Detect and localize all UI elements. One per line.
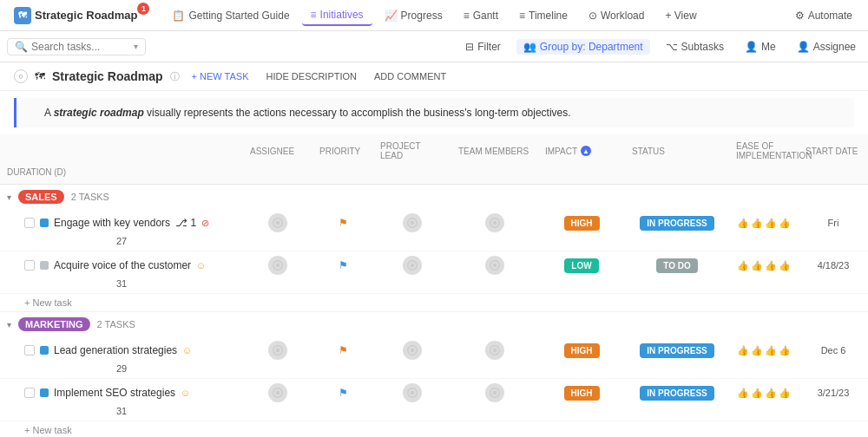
status-badge[interactable]: TO DO [656,258,697,273]
task-priority-cell[interactable]: ⚑ [312,385,373,401]
filter-label: Filter [477,41,501,53]
table-row: Engage with key vendors ⎇ 1⊘ ⚑ HIGH IN P… [0,209,868,251]
status-badge[interactable]: IN PROGRESS [640,343,713,358]
workload-icon: ⊙ [589,10,597,22]
search-box[interactable]: 🔍 ▾ [7,38,146,55]
svg-point-9 [411,264,414,267]
start-date: Dec 6 [821,345,846,355]
task-priority-cell[interactable]: ⚑ [312,342,373,358]
task-priority-cell[interactable]: ⚑ [312,258,373,273]
collapse-button[interactable]: ○ [14,69,28,83]
task-name[interactable]: Engage with key vendors [54,217,170,229]
task-checkbox[interactable] [24,218,35,228]
subtasks-button[interactable]: ⌥ Subtasks [661,39,729,55]
me-button[interactable]: 👤 Me [740,39,781,55]
automate-button[interactable]: ⚙ Automate [786,6,861,25]
group-section-marketing: ▾ MARKETING 2 TASKS Lead generation stra… [0,312,868,437]
tab-add-view[interactable]: + View [656,6,705,25]
avatar [485,256,504,275]
task-ease-cell: 👍👍👍👍 [729,258,799,273]
duration-value: 31 [116,278,127,289]
tab-gantt[interactable]: ≡ Gantt [455,6,507,25]
info-icon[interactable]: ⓘ [170,70,180,83]
content-area: ○ 🗺 Strategic Roadmap ⓘ + NEW TASK HIDE … [0,62,868,437]
task-team-members-cell[interactable] [451,212,538,234]
tab-workload[interactable]: ⊙ Workload [580,6,653,25]
avatar [485,341,504,360]
task-assignee-cell[interactable] [243,339,312,362]
task-status-cell[interactable]: IN PROGRESS [625,342,729,360]
task-color-indicator [40,261,49,270]
new-task-button[interactable]: + NEW TASK [187,69,254,83]
svg-point-1 [276,221,279,225]
impact-badge: HIGH [564,216,600,231]
group-by-button[interactable]: 👥 Group by: Department [516,39,650,55]
gear-icon [406,217,418,229]
new-task-button-marketing[interactable]: + New task [0,421,868,437]
col-ease[interactable]: EASE OF IMPLEMENTATION [729,138,799,164]
task-project-lead-cell[interactable] [373,339,451,362]
task-assignee-cell[interactable] [243,254,312,277]
task-status-cell[interactable]: IN PROGRESS [625,214,729,232]
task-priority-cell[interactable]: ⚑ [312,215,373,231]
task-name[interactable]: Lead generation strategies [54,344,177,356]
group-collapse-icon[interactable]: ▾ [7,320,11,329]
avatar [403,256,422,275]
task-assignee-cell[interactable] [243,382,312,404]
task-assignee-cell[interactable] [243,212,312,234]
new-task-button-sales[interactable]: + New task [0,294,868,311]
filter-icon: ⊟ [465,41,474,53]
group-header-marketing[interactable]: ▾ MARKETING 2 TASKS [0,312,868,336]
task-start-date-cell: 4/18/23 [799,258,868,272]
search-input[interactable] [31,41,130,53]
task-team-members-cell[interactable] [451,339,538,362]
col-status[interactable]: STATUS [625,138,729,164]
task-impact-cell: HIGH [538,384,625,402]
task-name-cell: Engage with key vendors ⎇ 1⊘ [0,215,243,231]
group-items-sales: Engage with key vendors ⎇ 1⊘ ⚑ HIGH IN P… [0,209,868,311]
task-status-cell[interactable]: IN PROGRESS [625,384,729,402]
task-checkbox[interactable] [24,260,35,271]
status-badge[interactable]: IN PROGRESS [640,216,713,231]
assignee-button[interactable]: 👤 Assignee [792,39,861,55]
gear-icon [489,344,501,356]
task-checkbox[interactable] [24,345,35,355]
tab-getting-started[interactable]: 📋 Getting Started Guide [163,6,298,25]
tab-label: Workload [601,10,644,22]
task-project-lead-cell[interactable] [373,382,451,404]
col-project-lead[interactable]: PROJECT LEAD [373,138,451,164]
task-name[interactable]: Acquire voice of the customer [54,259,191,271]
col-start-date[interactable]: START DATE [799,138,868,164]
svg-point-11 [493,264,496,267]
gear-icon [489,217,501,229]
description-bold: strategic roadmap [54,107,144,119]
task-checkbox[interactable] [24,388,35,398]
col-assignee[interactable]: ASSIGNEE [243,138,312,164]
tab-label: Getting Started Guide [188,10,289,22]
hide-description-button[interactable]: HIDE DESCRIPTION [261,69,363,83]
tab-progress[interactable]: 📈 Progress [376,6,451,25]
group-header-sales[interactable]: ▾ SALES 2 TASKS [0,185,868,209]
col-duration[interactable]: DURATION (D) [0,164,243,180]
tab-initiatives[interactable]: ≡ Initiatives [302,5,372,26]
gear-icon [406,344,418,356]
col-impact[interactable]: IMPACT ▲ [538,138,625,164]
col-priority[interactable]: PRIORITY [312,138,373,164]
search-icon: 🔍 [15,41,28,53]
status-badge[interactable]: IN PROGRESS [640,386,713,401]
col-team-members[interactable]: TEAM MEMBERS [451,138,538,164]
tab-label: Progress [401,10,443,22]
task-name[interactable]: Implement SEO strategies [54,387,175,399]
automate-label: Automate [808,10,852,22]
app-logo[interactable]: 🗺 Strategic Roadmap 1 [7,7,160,24]
task-project-lead-cell[interactable] [373,254,451,277]
task-team-members-cell[interactable] [451,382,538,404]
group-collapse-icon[interactable]: ▾ [7,192,11,202]
add-comment-button[interactable]: ADD COMMENT [369,69,451,83]
task-team-members-cell[interactable] [451,254,538,277]
tab-timeline[interactable]: ≡ Timeline [510,6,576,25]
filter-button[interactable]: ⊟ Filter [460,39,506,55]
impact-badge: LOW [564,258,598,273]
task-project-lead-cell[interactable] [373,212,451,234]
task-status-cell[interactable]: TO DO [625,257,729,275]
